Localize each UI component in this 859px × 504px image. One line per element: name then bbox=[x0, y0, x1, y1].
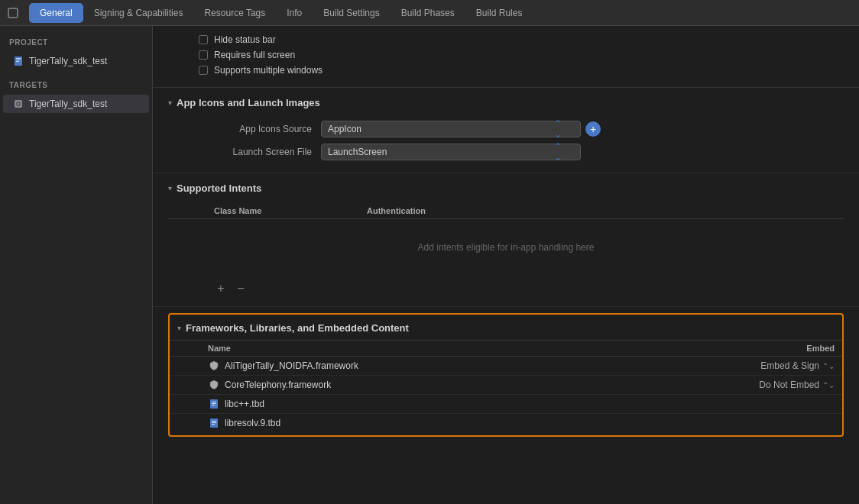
main-layout: PROJECT TigerTally_sdk_test TARGETS bbox=[0, 26, 859, 504]
framework-row-3[interactable]: libresolv.9.tbd bbox=[170, 414, 842, 432]
svg-rect-15 bbox=[212, 424, 215, 425]
launch-screen-select[interactable]: LaunchScreen ⌃⌄ bbox=[321, 144, 581, 160]
tab-signing[interactable]: Signing & Capabilities bbox=[83, 3, 194, 23]
stepper-icon-1[interactable]: ⌃⌄ bbox=[822, 381, 835, 389]
launch-screen-row: Launch Screen File LaunchScreen ⌃⌄ bbox=[199, 141, 844, 163]
framework-name-label-1: CoreTelephony.framework bbox=[225, 380, 331, 390]
launch-screen-label: Launch Screen File bbox=[199, 147, 321, 157]
embed-header: Embed bbox=[743, 344, 835, 353]
tab-bar: General Signing & Capabilities Resource … bbox=[0, 0, 859, 26]
svg-rect-9 bbox=[212, 402, 216, 402]
tab-general[interactable]: General bbox=[29, 3, 83, 23]
supports-multiple-windows-checkbox[interactable] bbox=[199, 66, 208, 75]
svg-rect-2 bbox=[16, 58, 21, 59]
framework-row-2[interactable]: libc++.tbd bbox=[170, 395, 842, 414]
app-icons-add-btn[interactable]: + bbox=[585, 121, 601, 137]
content-area: Hide status bar Requires full screen Sup… bbox=[153, 26, 859, 504]
launch-screen-value: LaunchScreen bbox=[328, 147, 387, 157]
framework-name-0: AliTigerTally_NOIDFA.framework bbox=[208, 360, 358, 372]
app-icons-source-control: AppIcon ⌃⌄ + bbox=[321, 121, 601, 137]
app-icons-source-value: AppIcon bbox=[328, 124, 361, 134]
checkboxes-area: Hide status bar Requires full screen Sup… bbox=[153, 26, 859, 88]
file-icon-2 bbox=[208, 398, 220, 410]
tab-build-phases[interactable]: Build Phases bbox=[391, 3, 465, 23]
project-file-icon bbox=[12, 55, 24, 67]
framework-embed-0: Embed & Sign ⌃⌄ bbox=[743, 360, 835, 371]
svg-point-7 bbox=[18, 103, 19, 105]
frameworks-chevron[interactable]: ▾ bbox=[177, 324, 181, 332]
target-icon bbox=[12, 98, 24, 110]
supported-intents-title: Supported Intents bbox=[177, 183, 261, 194]
framework-name-3: libresolv.9.tbd bbox=[208, 417, 280, 429]
framework-row-1[interactable]: CoreTelephony.framework Do Not Embed ⌃⌄ bbox=[170, 376, 842, 395]
hide-status-bar-label: Hide status bar bbox=[214, 34, 276, 45]
app-icons-chevron[interactable]: ▾ bbox=[168, 99, 172, 107]
supported-intents-section: ▾ Supported Intents Class Name Authentic… bbox=[153, 173, 859, 307]
intents-table-header: Class Name Authentication bbox=[168, 203, 844, 219]
framework-row-0[interactable]: AliTigerTally_NOIDFA.framework Embed & S… bbox=[170, 357, 842, 376]
authentication-header: Authentication bbox=[367, 206, 426, 215]
svg-rect-11 bbox=[212, 405, 215, 405]
supported-intents-chevron[interactable]: ▾ bbox=[168, 184, 172, 192]
embed-value-1: Do Not Embed bbox=[759, 380, 819, 390]
tab-build-rules[interactable]: Build Rules bbox=[465, 3, 533, 23]
checkbox-row-multiple-windows: Supports multiple windows bbox=[199, 63, 844, 78]
app-icons-section: ▾ App Icons and Launch Images App Icons … bbox=[153, 88, 859, 173]
svg-rect-0 bbox=[8, 8, 18, 18]
stepper-icon-0[interactable]: ⌃⌄ bbox=[822, 362, 835, 370]
tab-info[interactable]: Info bbox=[276, 3, 313, 23]
app-icons-select-arrow: ⌃⌄ bbox=[554, 118, 562, 140]
project-section-label: PROJECT bbox=[0, 35, 152, 51]
launch-screen-select-arrow: ⌃⌄ bbox=[554, 141, 562, 163]
embed-value-0: Embed & Sign bbox=[760, 360, 819, 371]
frameworks-section-header: ▾ Frameworks, Libraries, and Embedded Co… bbox=[170, 322, 842, 340]
framework-name-2: libc++.tbd bbox=[208, 398, 264, 410]
window-icon bbox=[6, 6, 20, 20]
supports-multiple-windows-label: Supports multiple windows bbox=[214, 65, 323, 76]
file-icon-3 bbox=[208, 417, 220, 429]
checkbox-row-fullscreen: Requires full screen bbox=[199, 47, 844, 63]
framework-embed-1: Do Not Embed ⌃⌄ bbox=[743, 380, 835, 390]
shield-icon-0 bbox=[208, 360, 220, 372]
intents-empty-message: Add intents eligible for in-app handling… bbox=[168, 219, 844, 276]
remove-intent-btn[interactable]: − bbox=[234, 282, 248, 296]
sidebar-project-item[interactable]: TigerTally_sdk_test bbox=[3, 52, 149, 70]
app-icons-section-header: ▾ App Icons and Launch Images bbox=[168, 97, 844, 108]
app-icons-section-title: App Icons and Launch Images bbox=[177, 97, 320, 108]
checkbox-row-hide-status: Hide status bar bbox=[199, 32, 844, 47]
svg-rect-10 bbox=[212, 403, 216, 404]
launch-screen-control: LaunchScreen ⌃⌄ bbox=[321, 144, 581, 160]
hide-status-bar-checkbox[interactable] bbox=[199, 35, 208, 44]
targets-section-label: TARGETS bbox=[0, 78, 152, 94]
app-icons-source-row: App Icons Source AppIcon ⌃⌄ + bbox=[199, 118, 844, 141]
svg-rect-14 bbox=[212, 422, 216, 423]
target-name: TigerTally_sdk_test bbox=[29, 99, 107, 109]
framework-name-1: CoreTelephony.framework bbox=[208, 379, 331, 391]
frameworks-table-header: Name Embed bbox=[170, 340, 842, 357]
framework-name-label-2: libc++.tbd bbox=[225, 399, 264, 409]
requires-fullscreen-checkbox[interactable] bbox=[199, 50, 208, 60]
class-name-header: Class Name bbox=[214, 206, 367, 215]
name-header: Name bbox=[208, 344, 231, 353]
tab-resource[interactable]: Resource Tags bbox=[193, 3, 276, 23]
tab-build-settings[interactable]: Build Settings bbox=[313, 3, 390, 23]
framework-name-label-3: libresolv.9.tbd bbox=[225, 418, 280, 428]
project-name: TigerTally_sdk_test bbox=[29, 56, 107, 66]
app-icons-source-select[interactable]: AppIcon ⌃⌄ bbox=[321, 121, 581, 137]
shield-icon-1 bbox=[208, 379, 220, 391]
supported-intents-header: ▾ Supported Intents bbox=[168, 183, 844, 194]
intents-table-actions: + − bbox=[168, 276, 844, 302]
sidebar: PROJECT TigerTally_sdk_test TARGETS bbox=[0, 26, 153, 504]
sidebar-target-item[interactable]: TigerTally_sdk_test bbox=[3, 95, 149, 113]
requires-fullscreen-label: Requires full screen bbox=[214, 50, 295, 60]
svg-rect-13 bbox=[212, 421, 216, 422]
svg-rect-3 bbox=[16, 60, 21, 60]
svg-rect-4 bbox=[16, 61, 19, 62]
framework-name-label-0: AliTigerTally_NOIDFA.framework bbox=[225, 360, 358, 371]
app-icons-source-label: App Icons Source bbox=[199, 124, 321, 134]
frameworks-section-title: Frameworks, Libraries, and Embedded Cont… bbox=[186, 322, 409, 334]
add-intent-btn[interactable]: + bbox=[214, 282, 228, 296]
frameworks-section: ▾ Frameworks, Libraries, and Embedded Co… bbox=[168, 313, 844, 437]
